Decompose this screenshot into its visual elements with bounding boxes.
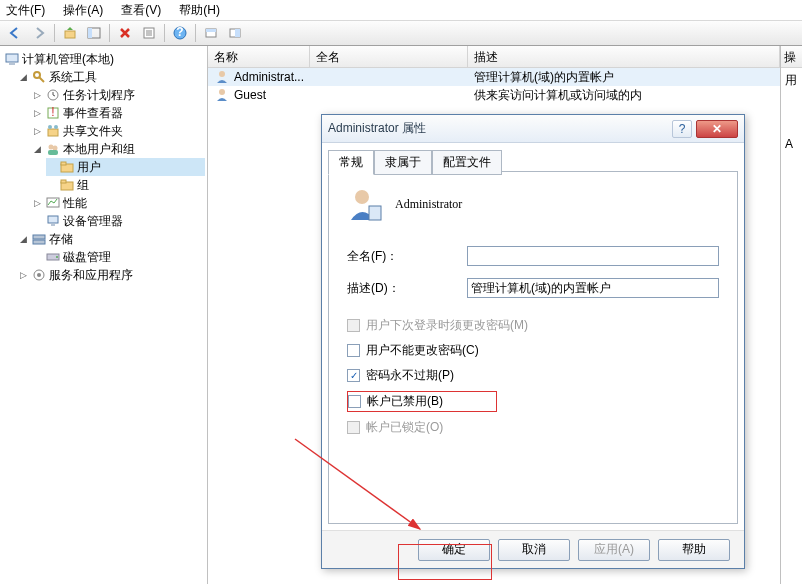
svg-rect-35 — [33, 235, 45, 239]
chk-label: 用户不能更改密码(C) — [366, 342, 479, 359]
svg-rect-14 — [9, 63, 15, 65]
list-header: 名称 全名 描述 — [208, 46, 780, 68]
collapse-icon: ◢ — [32, 144, 43, 155]
device-icon — [45, 213, 61, 229]
tab-general[interactable]: 常规 — [328, 150, 374, 175]
menu-help[interactable]: 帮助(H) — [179, 2, 220, 19]
actions-item2[interactable]: A — [781, 133, 802, 155]
svg-rect-27 — [48, 150, 58, 155]
tab-memberof[interactable]: 隶属于 — [374, 150, 432, 175]
tree-shared-folders[interactable]: ▷共享文件夹 — [32, 122, 205, 140]
col-fullname[interactable]: 全名 — [310, 46, 468, 67]
toolbar: ? — [0, 20, 802, 46]
forward-button[interactable] — [28, 22, 50, 44]
computer-icon — [4, 51, 20, 67]
chk-label: 帐户已禁用(B) — [367, 393, 443, 410]
dialog-title: Administrator 属性 — [328, 120, 672, 137]
tree-task-scheduler[interactable]: ▷任务计划程序 — [32, 86, 205, 104]
tree-event-viewer[interactable]: ▷!事件查看器 — [32, 104, 205, 122]
svg-rect-44 — [369, 206, 381, 220]
tree-disk-mgmt[interactable]: 磁盘管理 — [32, 248, 205, 266]
tree-groups[interactable]: 组 — [46, 176, 205, 194]
chk-label: 密码永不过期(P) — [366, 367, 454, 384]
chk-never-expire[interactable]: 密码永不过期(P) — [347, 366, 719, 385]
tree-label: 服务和应用程序 — [49, 266, 133, 284]
list-row-guest[interactable]: Guest 供来宾访问计算机或访问域的内 — [208, 86, 780, 104]
wrench-icon — [31, 69, 47, 85]
actions-header: 操 — [781, 46, 802, 68]
checkbox-icon — [347, 344, 360, 357]
chk-disabled[interactable]: 帐户已禁用(B) — [347, 391, 497, 412]
apply-button[interactable]: 应用(A) — [578, 539, 650, 561]
dialog-help-button[interactable]: ? — [672, 120, 692, 138]
chk-cannot-change[interactable]: 用户不能更改密码(C) — [347, 341, 719, 360]
up-button[interactable] — [59, 22, 81, 44]
svg-rect-0 — [65, 31, 75, 38]
cancel-button[interactable]: 取消 — [498, 539, 570, 561]
tree-services-apps[interactable]: ▷服务和应用程序 — [18, 266, 205, 284]
svg-rect-36 — [33, 240, 45, 244]
svg-rect-29 — [61, 162, 66, 165]
tree-system-tools[interactable]: ◢系统工具 — [18, 68, 205, 86]
clock-icon — [45, 87, 61, 103]
desc-input[interactable] — [467, 278, 719, 298]
checkbox-checked-icon — [347, 369, 360, 382]
actions-item[interactable]: 用 — [781, 68, 802, 93]
dialog-close-button[interactable]: ✕ — [696, 120, 738, 138]
svg-text:?: ? — [176, 26, 183, 39]
tree-root[interactable]: 计算机管理(本地) — [4, 50, 205, 68]
back-button[interactable] — [4, 22, 26, 44]
collapse-icon: ◢ — [18, 234, 29, 245]
cell-name: Guest — [234, 88, 266, 102]
svg-rect-33 — [48, 216, 58, 223]
show-pane-button[interactable] — [83, 22, 105, 44]
folder-icon — [59, 177, 75, 193]
help-button[interactable]: ? — [169, 22, 191, 44]
expand-icon: ▷ — [32, 108, 43, 119]
event-icon: ! — [45, 105, 61, 121]
checkbox-icon — [347, 421, 360, 434]
properties-button[interactable] — [138, 22, 160, 44]
col-desc[interactable]: 描述 — [468, 46, 780, 67]
svg-rect-13 — [6, 54, 18, 62]
user-icon — [214, 69, 230, 85]
chk-locked: 帐户已锁定(O) — [347, 418, 719, 437]
col-name[interactable]: 名称 — [208, 46, 310, 67]
expand-icon: ▷ — [18, 270, 29, 281]
tree-users[interactable]: 用户 — [46, 158, 205, 176]
expand-icon: ▷ — [32, 126, 43, 137]
tree-device-manager[interactable]: 设备管理器 — [32, 212, 205, 230]
svg-text:!: ! — [51, 105, 54, 119]
dialog-buttons: 确定 取消 应用(A) 帮助 — [322, 530, 744, 568]
tab-body: Administrator 全名(F)： 描述(D)： 用户下次登录时须更改密码… — [328, 171, 738, 524]
list-row-admin[interactable]: Administrat... 管理计算机(域)的内置帐户 — [208, 68, 780, 86]
checkbox-icon — [348, 395, 361, 408]
actions-pane: 操 用 A — [780, 46, 802, 584]
chk-label: 帐户已锁定(O) — [366, 419, 443, 436]
extra1-button[interactable] — [200, 22, 222, 44]
help-button[interactable]: 帮助 — [658, 539, 730, 561]
storage-icon — [31, 231, 47, 247]
extra2-button[interactable] — [224, 22, 246, 44]
tree-performance[interactable]: ▷性能 — [32, 194, 205, 212]
fullname-input[interactable] — [467, 246, 719, 266]
dialog-titlebar[interactable]: Administrator 属性 ? ✕ — [322, 115, 744, 143]
tab-profile[interactable]: 配置文件 — [432, 150, 502, 175]
svg-point-41 — [219, 71, 225, 77]
menu-action[interactable]: 操作(A) — [63, 2, 103, 19]
svg-rect-31 — [61, 180, 66, 183]
tree-label: 组 — [77, 176, 89, 194]
menubar: 文件(F) 操作(A) 查看(V) 帮助(H) — [0, 0, 802, 20]
chk-must-change: 用户下次登录时须更改密码(M) — [347, 316, 719, 335]
services-icon — [31, 267, 47, 283]
tree-label: 系统工具 — [49, 68, 97, 86]
svg-rect-2 — [88, 28, 92, 38]
svg-point-26 — [53, 146, 58, 151]
menu-view[interactable]: 查看(V) — [121, 2, 161, 19]
tree-local-users-groups[interactable]: ◢本地用户和组 — [32, 140, 205, 158]
delete-button[interactable] — [114, 22, 136, 44]
ok-button[interactable]: 确定 — [418, 539, 490, 561]
tree-storage[interactable]: ◢存储 — [18, 230, 205, 248]
menu-file[interactable]: 文件(F) — [6, 2, 45, 19]
share-icon — [45, 123, 61, 139]
